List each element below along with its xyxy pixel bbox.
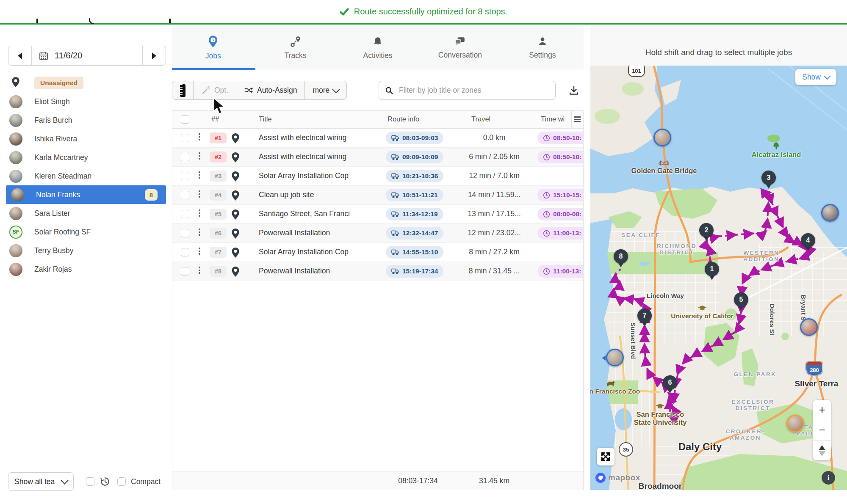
map-pin-icon[interactable] [231, 228, 240, 241]
sidebar-member-kieren-steadman[interactable]: Kieren Steadman [0, 167, 172, 185]
row-checkbox[interactable] [181, 210, 189, 218]
job-row-5[interactable]: #5Santiago Street, San Franci11:34-12:19… [172, 205, 583, 224]
tab-activities[interactable]: Activities [337, 26, 419, 70]
compact-checkbox[interactable] [117, 477, 126, 486]
job-row-7[interactable]: #7Solar Array Installation Cop14:55-15:1… [172, 243, 583, 262]
column-header-travel[interactable]: Travel [471, 115, 490, 123]
row-checkbox[interactable] [181, 191, 189, 199]
map-stop-marker-5[interactable]: 5 [734, 292, 748, 311]
row-checkbox[interactable] [181, 248, 189, 256]
job-row-8[interactable]: #8Powerwall Installation15:19-17:348 min… [172, 262, 583, 281]
truck-icon [391, 268, 399, 275]
row-checkbox[interactable] [181, 134, 189, 142]
map-pin-icon[interactable] [231, 190, 240, 203]
job-title[interactable]: Powerwall Installation [259, 267, 382, 275]
row-menu-button[interactable] [199, 248, 200, 255]
map-info-button[interactable]: i [822, 471, 835, 485]
select-all-checkbox[interactable] [181, 115, 189, 124]
map-stop-marker-3[interactable]: 3 [761, 171, 776, 189]
job-row-3[interactable]: #3Solar Array Installation Cop10:21-10:3… [172, 167, 583, 186]
row-menu-button[interactable] [199, 190, 200, 198]
row-menu-button[interactable] [199, 209, 200, 217]
job-title[interactable]: Assist with electrical wiring [259, 133, 382, 142]
sidebar-member-zakir-rojas[interactable]: Zakir Rojas [0, 260, 172, 278]
column-header-number[interactable]: ## [211, 115, 219, 123]
map-pin-icon[interactable] [231, 209, 240, 222]
tab-conversation[interactable]: Conversation [419, 26, 501, 70]
map-stop-marker-2[interactable]: 2 [699, 223, 714, 242]
map-driver-avatar-1[interactable] [653, 129, 671, 146]
job-row-1[interactable]: #1Assist with electrical wiring08:03-09:… [172, 129, 583, 148]
mapbox-attribution[interactable]: mapbox [595, 473, 640, 483]
map-stop-marker-4[interactable]: 4 [801, 233, 815, 252]
sidebar-member-nolan-franks[interactable]: Nolan Franks8 [6, 185, 166, 204]
sidebar-member-solar-roofing-sf[interactable]: SFSolar Roofing SF [0, 223, 172, 241]
row-menu-button[interactable] [199, 229, 200, 236]
job-row-4[interactable]: #4Clean up job site10:51-11:2114 min / 1… [172, 186, 583, 205]
sidebar-member-faris-burch[interactable]: Faris Burch [0, 111, 172, 129]
column-settings-button[interactable] [571, 111, 583, 128]
map-driver-avatar-5[interactable] [786, 415, 804, 432]
tab-jobs[interactable]: Jobs [172, 26, 254, 70]
location-pin-icon [11, 77, 20, 89]
team-filter-select[interactable]: Show all tea [8, 472, 74, 491]
more-button[interactable]: more [305, 81, 347, 100]
row-checkbox[interactable] [181, 229, 189, 237]
map-pin-icon[interactable] [231, 133, 240, 146]
compass-button[interactable] [813, 441, 831, 460]
map-stop-marker-1[interactable]: 1 [705, 262, 719, 281]
column-header-time-window[interactable]: Time wi [541, 115, 565, 123]
row-checkbox[interactable] [181, 172, 189, 180]
job-title[interactable]: Solar Array Installation Cop [259, 171, 382, 180]
map-stop-marker-6[interactable]: 6 [663, 375, 677, 394]
sidebar-member-terry-busby[interactable]: Terry Busby [0, 241, 172, 260]
history-checkbox[interactable] [86, 477, 94, 486]
row-menu-button[interactable] [199, 267, 200, 274]
sidebar-member-karla-mccartney[interactable]: Karla Mccartney [0, 148, 172, 167]
sidebar-member-sara-lister[interactable]: Sara Lister [0, 204, 172, 223]
date-display[interactable]: 11/6/20 [32, 46, 142, 65]
row-menu-button[interactable] [199, 133, 200, 140]
zoom-in-button[interactable]: + [813, 400, 831, 420]
export-button[interactable] [567, 83, 581, 98]
job-title[interactable]: Santiago Street, San Franci [259, 209, 382, 218]
search-input[interactable] [398, 85, 549, 95]
map-driver-avatar-2[interactable] [821, 204, 839, 222]
job-row-2[interactable]: #2Assist with electrical wiring09:09-10:… [172, 148, 583, 167]
stop-number-badge: #3 [210, 171, 227, 182]
map-driver-avatar-4[interactable] [606, 349, 624, 366]
tab-tracks[interactable]: Tracks [254, 26, 336, 70]
auto-assign-button[interactable]: Auto-Assign [236, 81, 305, 100]
company-logo-avatar: SF [9, 226, 22, 239]
column-header-route-info[interactable]: Route info [388, 115, 419, 123]
map-pin-icon[interactable] [231, 171, 240, 184]
map-pin-icon[interactable] [231, 152, 240, 165]
map-canvas[interactable]: Show Alcatraz IslandGolden Gate BridgeSE… [590, 66, 847, 490]
ruler-button[interactable] [172, 81, 194, 100]
row-checkbox[interactable] [181, 267, 189, 275]
map-stop-marker-8[interactable]: 8 [614, 249, 628, 268]
map-pin-icon[interactable] [231, 247, 240, 260]
show-layers-button[interactable]: Show [795, 69, 836, 85]
map-pin-icon[interactable] [231, 266, 240, 279]
next-day-button[interactable] [142, 46, 166, 65]
row-checkbox[interactable] [181, 153, 189, 161]
map-driver-avatar-3[interactable] [800, 318, 818, 336]
sidebar-member-unassigned[interactable]: Unassigned [0, 74, 172, 92]
job-title[interactable]: Solar Array Installation Cop [259, 248, 382, 256]
job-title[interactable]: Assist with electrical wiring [259, 152, 382, 161]
job-row-6[interactable]: #6Powerwall Installation12:32-14:4712 mi… [172, 224, 583, 243]
row-menu-button[interactable] [199, 152, 200, 160]
avatar [9, 244, 22, 257]
tab-settings[interactable]: Settings [501, 26, 584, 70]
map-stop-marker-7[interactable]: 7 [637, 308, 652, 327]
column-header-title[interactable]: Title [259, 115, 272, 123]
row-menu-button[interactable] [199, 171, 200, 179]
prev-day-button[interactable] [8, 46, 32, 65]
sidebar-member-ishika-rivera[interactable]: Ishika Rivera [0, 129, 172, 148]
sidebar-member-eliot-singh[interactable]: Eliot Singh [0, 92, 172, 111]
job-title[interactable]: Clean up job site [259, 190, 382, 199]
job-title[interactable]: Powerwall Installation [259, 229, 382, 237]
zoom-out-button[interactable]: − [813, 420, 831, 441]
fullscreen-button[interactable] [597, 448, 614, 465]
